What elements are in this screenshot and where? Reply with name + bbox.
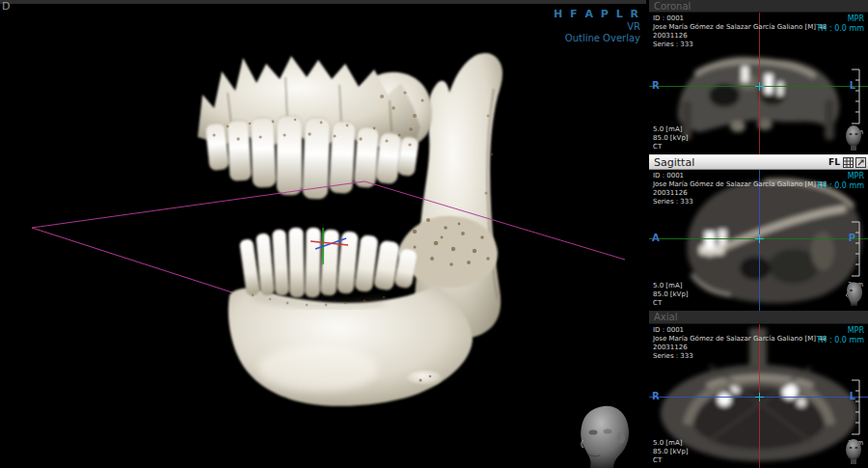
orientation-label: H F A P L R	[554, 8, 640, 20]
acquisition-info-block: 5.0 [mA] 85.0 [kVp] CT	[653, 439, 689, 465]
patient-name: Jose María Gómez de Salazar García Galia…	[653, 180, 827, 189]
panel-header-tools: FL	[827, 157, 868, 168]
coronal-view[interactable]: ID : 0001 Jose María Gómez de Salazar Ga…	[649, 13, 868, 154]
patient-id: ID : 0001	[653, 326, 827, 335]
mpr-panel-column: Coronal	[649, 0, 868, 468]
application-window: D	[0, 0, 868, 468]
render-mode-label: VR	[554, 21, 640, 32]
panel-header-coronal[interactable]: Coronal	[649, 0, 868, 13]
patient-info-block: ID : 0001 Jose María Gómez de Salazar Ga…	[653, 14, 827, 49]
patient-id: ID : 0001	[653, 172, 827, 180]
head-orientation-icon	[842, 437, 865, 466]
orientation-head-icon	[569, 402, 638, 468]
tube-voltage: 85.0 [kVp]	[653, 134, 689, 143]
series-number: Series : 333	[653, 41, 827, 49]
ruler-icon	[850, 221, 863, 277]
ruler-icon	[850, 69, 863, 124]
ruler-icon	[850, 379, 863, 435]
patient-info-block: ID : 0001 Jose María Gómez de Salazar Ga…	[653, 326, 827, 361]
crosshair-center-icon[interactable]	[759, 234, 760, 243]
tube-voltage: 85.0 [kVp]	[653, 448, 689, 456]
panel-title: Axial	[654, 312, 677, 322]
patient-id: ID : 0001	[653, 14, 827, 23]
crosshair-center-icon[interactable]	[759, 393, 760, 401]
acquisition-info-block: 5.0 [mA] 85.0 [kVp] CT	[653, 282, 689, 308]
study-date: 20031126	[653, 344, 827, 352]
tube-voltage: 85.0 [kVp]	[653, 290, 689, 299]
slice-thickness-label: TH : 0.0 mm	[816, 336, 864, 345]
patient-name: Jose María Gómez de Salazar García Galia…	[653, 23, 827, 32]
modality-label: CT	[653, 143, 689, 151]
head-orientation-icon	[842, 124, 865, 152]
slice-thickness-label: TH : 0.0 mm	[816, 24, 864, 34]
fl-button[interactable]: FL	[827, 157, 841, 168]
3d-viewport[interactable]: D	[0, 0, 646, 468]
slice-thickness-label: TH : 0.0 mm	[816, 181, 864, 191]
panel-title: Coronal	[654, 1, 691, 12]
modality-label: CT	[653, 299, 689, 308]
orientation-marker-right: R	[652, 80, 660, 91]
scale-ruler: 3 cm	[846, 221, 863, 289]
panel-header-sagittal[interactable]: Sagittal FL	[649, 154, 868, 170]
expand-icon[interactable]	[855, 157, 866, 168]
patient-info-block: ID : 0001 Jose María Gómez de Salazar Ga…	[653, 172, 827, 206]
acquisition-info-block: 5.0 [mA] 85.0 [kVp] CT	[653, 125, 689, 151]
study-date: 20031126	[653, 32, 827, 41]
tube-current: 5.0 [mA]	[653, 282, 689, 290]
mpr-info-block: MPR TH : 0.0 mm	[816, 326, 864, 345]
grid-layout-icon[interactable]	[843, 157, 854, 168]
viewport-overlay-labels: H F A P L R VR Outline Overlay	[554, 8, 640, 43]
mpr-mode-label: MPR	[816, 172, 864, 181]
outline-overlay-toggle[interactable]: Outline Overlay	[554, 33, 640, 43]
orientation-marker-right: R	[652, 391, 660, 401]
mpr-mode-label: MPR	[816, 14, 864, 24]
patient-name: Jose María Gómez de Salazar García Galia…	[653, 335, 827, 344]
panel-title: Sagittal	[654, 156, 694, 169]
study-date: 20031126	[653, 189, 827, 198]
modality-label: CT	[653, 456, 689, 465]
crosshair-center-icon[interactable]	[759, 82, 760, 91]
3d-volume-render[interactable]	[0, 0, 646, 468]
mpr-info-block: MPR TH : 0.0 mm	[816, 14, 864, 34]
panel-axial: Axial	[649, 311, 868, 468]
axial-view[interactable]: ID : 0001 Jose María Gómez de Salazar Ga…	[649, 324, 868, 468]
panel-sagittal: Sagittal FL	[649, 154, 868, 311]
sagittal-view[interactable]: ID : 0001 Jose María Gómez de Salazar Ga…	[649, 170, 868, 311]
tube-current: 5.0 [mA]	[653, 439, 689, 448]
head-orientation-icon	[842, 280, 865, 309]
mpr-info-block: MPR TH : 0.0 mm	[816, 172, 864, 191]
tube-current: 5.0 [mA]	[653, 125, 689, 134]
series-number: Series : 333	[653, 352, 827, 361]
panel-coronal: Coronal	[649, 0, 868, 154]
orientation-marker-anterior: A	[652, 233, 660, 243]
panel-header-axial[interactable]: Axial	[649, 311, 868, 324]
mpr-mode-label: MPR	[816, 326, 864, 336]
series-number: Series : 333	[653, 198, 827, 206]
